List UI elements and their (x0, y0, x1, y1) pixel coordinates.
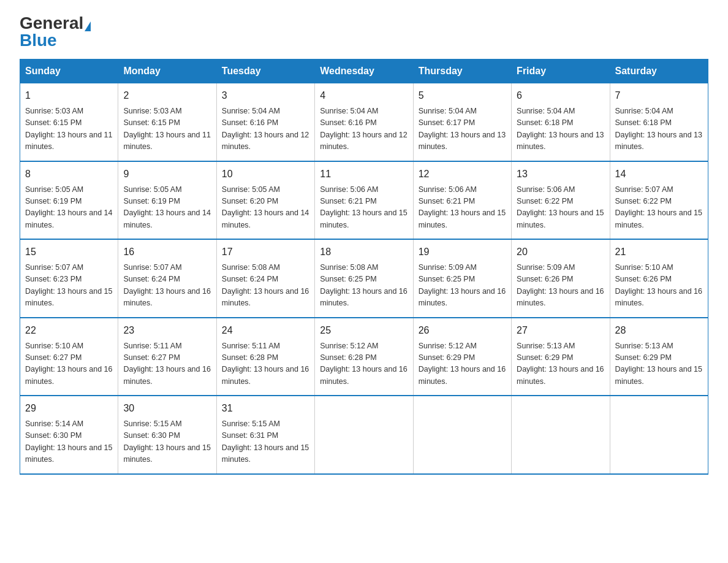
calendar-week-row: 15Sunrise: 5:07 AMSunset: 6:23 PMDayligh… (20, 239, 708, 318)
calendar-cell: 28Sunrise: 5:13 AMSunset: 6:29 PMDayligh… (610, 318, 708, 396)
day-info: Sunrise: 5:05 AMSunset: 6:20 PMDaylight:… (222, 184, 309, 232)
calendar-cell: 5Sunrise: 5:04 AMSunset: 6:17 PMDaylight… (413, 83, 511, 161)
day-number: 5 (419, 88, 506, 103)
day-info: Sunrise: 5:12 AMSunset: 6:29 PMDaylight:… (419, 340, 506, 388)
calendar-cell (610, 396, 708, 474)
day-number: 21 (615, 245, 703, 259)
calendar-cell: 27Sunrise: 5:13 AMSunset: 6:29 PMDayligh… (512, 318, 610, 396)
calendar-cell: 21Sunrise: 5:10 AMSunset: 6:26 PMDayligh… (610, 239, 708, 318)
calendar-cell: 31Sunrise: 5:15 AMSunset: 6:31 PMDayligh… (216, 396, 314, 474)
calendar-cell: 19Sunrise: 5:09 AMSunset: 6:25 PMDayligh… (413, 239, 511, 318)
calendar-cell: 10Sunrise: 5:05 AMSunset: 6:20 PMDayligh… (216, 161, 314, 240)
day-info: Sunrise: 5:11 AMSunset: 6:27 PMDaylight:… (123, 340, 211, 388)
page-header: General Blue (20, 15, 708, 49)
day-number: 19 (419, 245, 506, 259)
day-number: 2 (123, 88, 211, 103)
calendar-cell: 9Sunrise: 5:05 AMSunset: 6:19 PMDaylight… (118, 161, 216, 240)
weekday-header-friday: Friday (512, 59, 610, 83)
day-info: Sunrise: 5:04 AMSunset: 6:16 PMDaylight:… (320, 105, 408, 153)
day-number: 13 (517, 167, 604, 182)
calendar-cell: 16Sunrise: 5:07 AMSunset: 6:24 PMDayligh… (118, 239, 216, 318)
calendar-cell: 13Sunrise: 5:06 AMSunset: 6:22 PMDayligh… (512, 161, 610, 240)
calendar-cell (413, 396, 511, 474)
calendar-cell: 4Sunrise: 5:04 AMSunset: 6:16 PMDaylight… (315, 83, 413, 161)
day-number: 9 (123, 167, 211, 182)
day-number: 26 (419, 323, 506, 338)
day-number: 27 (517, 323, 604, 338)
day-info: Sunrise: 5:10 AMSunset: 6:26 PMDaylight:… (615, 262, 703, 310)
day-info: Sunrise: 5:15 AMSunset: 6:31 PMDaylight:… (222, 418, 309, 466)
day-info: Sunrise: 5:10 AMSunset: 6:27 PMDaylight:… (25, 340, 113, 388)
calendar-cell (315, 396, 413, 474)
day-info: Sunrise: 5:06 AMSunset: 6:21 PMDaylight:… (320, 184, 408, 232)
day-number: 6 (517, 88, 604, 103)
day-info: Sunrise: 5:12 AMSunset: 6:28 PMDaylight:… (320, 340, 408, 388)
day-info: Sunrise: 5:04 AMSunset: 6:16 PMDaylight:… (222, 105, 309, 153)
weekday-header-sunday: Sunday (20, 59, 118, 83)
day-number: 11 (320, 167, 408, 182)
calendar-cell: 29Sunrise: 5:14 AMSunset: 6:30 PMDayligh… (20, 396, 118, 474)
calendar-cell: 8Sunrise: 5:05 AMSunset: 6:19 PMDaylight… (20, 161, 118, 240)
calendar-cell: 22Sunrise: 5:10 AMSunset: 6:27 PMDayligh… (20, 318, 118, 396)
day-info: Sunrise: 5:08 AMSunset: 6:24 PMDaylight:… (222, 262, 309, 310)
day-number: 7 (615, 88, 703, 103)
day-info: Sunrise: 5:07 AMSunset: 6:24 PMDaylight:… (123, 262, 211, 310)
weekday-header-wednesday: Wednesday (315, 59, 413, 83)
day-number: 4 (320, 88, 408, 103)
day-number: 3 (222, 88, 309, 103)
day-info: Sunrise: 5:05 AMSunset: 6:19 PMDaylight:… (25, 184, 113, 232)
calendar-week-row: 29Sunrise: 5:14 AMSunset: 6:30 PMDayligh… (20, 396, 708, 474)
day-number: 23 (123, 323, 211, 338)
day-number: 16 (123, 245, 211, 259)
day-info: Sunrise: 5:11 AMSunset: 6:28 PMDaylight:… (222, 340, 309, 388)
day-info: Sunrise: 5:03 AMSunset: 6:15 PMDaylight:… (25, 105, 113, 153)
calendar-cell: 26Sunrise: 5:12 AMSunset: 6:29 PMDayligh… (413, 318, 511, 396)
day-number: 30 (123, 401, 211, 416)
day-number: 10 (222, 167, 309, 182)
calendar-header-row: SundayMondayTuesdayWednesdayThursdayFrid… (20, 59, 708, 83)
day-info: Sunrise: 5:05 AMSunset: 6:19 PMDaylight:… (123, 184, 211, 232)
day-info: Sunrise: 5:09 AMSunset: 6:25 PMDaylight:… (419, 262, 506, 310)
day-number: 25 (320, 323, 408, 338)
day-number: 1 (25, 88, 113, 103)
day-number: 24 (222, 323, 309, 338)
day-info: Sunrise: 5:08 AMSunset: 6:25 PMDaylight:… (320, 262, 408, 310)
calendar-cell: 15Sunrise: 5:07 AMSunset: 6:23 PMDayligh… (20, 239, 118, 318)
calendar-cell: 24Sunrise: 5:11 AMSunset: 6:28 PMDayligh… (216, 318, 314, 396)
calendar-cell: 18Sunrise: 5:08 AMSunset: 6:25 PMDayligh… (315, 239, 413, 318)
day-info: Sunrise: 5:04 AMSunset: 6:18 PMDaylight:… (615, 105, 703, 153)
calendar-week-row: 22Sunrise: 5:10 AMSunset: 6:27 PMDayligh… (20, 318, 708, 396)
weekday-header-thursday: Thursday (413, 59, 511, 83)
day-info: Sunrise: 5:15 AMSunset: 6:30 PMDaylight:… (123, 418, 211, 466)
calendar-cell (512, 396, 610, 474)
logo: General Blue (20, 15, 91, 49)
calendar-table: SundayMondayTuesdayWednesdayThursdayFrid… (20, 59, 708, 475)
logo-blue-text: Blue (20, 31, 57, 50)
day-number: 15 (25, 245, 113, 259)
day-info: Sunrise: 5:06 AMSunset: 6:22 PMDaylight:… (517, 184, 604, 232)
day-number: 12 (419, 167, 506, 182)
day-number: 14 (615, 167, 703, 182)
calendar-week-row: 1Sunrise: 5:03 AMSunset: 6:15 PMDaylight… (20, 83, 708, 161)
day-info: Sunrise: 5:03 AMSunset: 6:15 PMDaylight:… (123, 105, 211, 153)
calendar-cell: 11Sunrise: 5:06 AMSunset: 6:21 PMDayligh… (315, 161, 413, 240)
calendar-cell: 23Sunrise: 5:11 AMSunset: 6:27 PMDayligh… (118, 318, 216, 396)
calendar-cell: 3Sunrise: 5:04 AMSunset: 6:16 PMDaylight… (216, 83, 314, 161)
weekday-header-monday: Monday (118, 59, 216, 83)
day-number: 18 (320, 245, 408, 259)
day-number: 22 (25, 323, 113, 338)
logo-general-text: General (20, 13, 83, 33)
day-number: 31 (222, 401, 309, 416)
day-info: Sunrise: 5:09 AMSunset: 6:26 PMDaylight:… (517, 262, 604, 310)
day-number: 28 (615, 323, 703, 338)
calendar-cell: 14Sunrise: 5:07 AMSunset: 6:22 PMDayligh… (610, 161, 708, 240)
day-number: 17 (222, 245, 309, 259)
weekday-header-tuesday: Tuesday (216, 59, 314, 83)
calendar-cell: 6Sunrise: 5:04 AMSunset: 6:18 PMDaylight… (512, 83, 610, 161)
calendar-cell: 20Sunrise: 5:09 AMSunset: 6:26 PMDayligh… (512, 239, 610, 318)
calendar-cell: 17Sunrise: 5:08 AMSunset: 6:24 PMDayligh… (216, 239, 314, 318)
calendar-cell: 2Sunrise: 5:03 AMSunset: 6:15 PMDaylight… (118, 83, 216, 161)
calendar-cell: 25Sunrise: 5:12 AMSunset: 6:28 PMDayligh… (315, 318, 413, 396)
day-info: Sunrise: 5:04 AMSunset: 6:17 PMDaylight:… (419, 105, 506, 153)
day-info: Sunrise: 5:13 AMSunset: 6:29 PMDaylight:… (517, 340, 604, 388)
